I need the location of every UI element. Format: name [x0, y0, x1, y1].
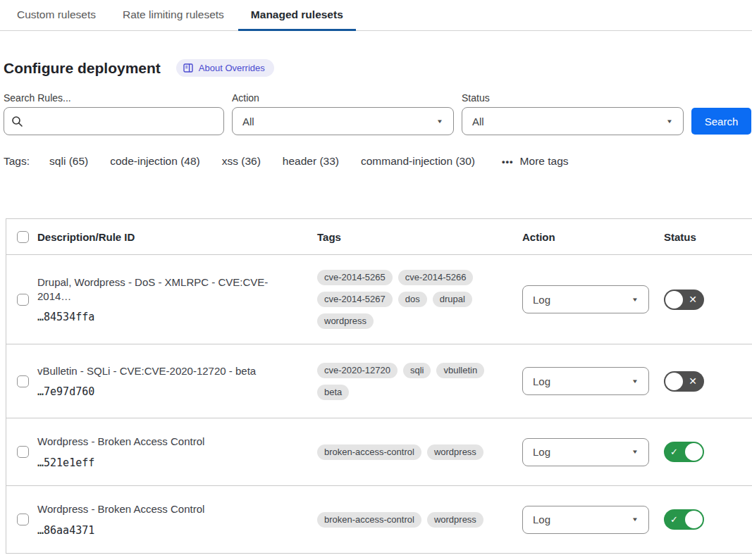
rule-description: vBulletin - SQLi - CVE:CVE-2020-12720 - …	[37, 364, 300, 378]
more-tags-button[interactable]: ••• More tags	[502, 155, 569, 168]
status-filter-select[interactable]: All ▼	[462, 107, 684, 135]
action-filter-value: All	[242, 116, 254, 127]
rule-id: …86aa4371	[37, 524, 300, 537]
search-rules-input[interactable]	[29, 116, 216, 127]
managed-rules-table: Description/Rule ID Tags Action Status D…	[6, 218, 752, 554]
toggle-knob	[665, 291, 683, 309]
rule-id: …84534ffa	[37, 311, 300, 323]
col-status: Status	[664, 231, 752, 243]
table-row: Wordpress - Broken Access Control …521e1…	[6, 418, 752, 486]
rule-action-select[interactable]: Log ▼	[522, 506, 649, 534]
chevron-down-icon: ▼	[631, 516, 639, 523]
status-toggle[interactable]: ✕	[664, 371, 704, 392]
tags-label: Tags:	[4, 155, 30, 168]
rule-action-select[interactable]: Log ▼	[522, 438, 649, 466]
table-row: vBulletin - SQLi - CVE:CVE-2020-12720 - …	[6, 344, 752, 418]
status-filter-value: All	[472, 116, 484, 127]
tag-pill: vbulletin	[436, 363, 484, 378]
search-button[interactable]: Search	[691, 108, 751, 135]
rule-description: Drupal, Wordpress - DoS - XMLRPC - CVE:C…	[37, 275, 300, 303]
about-overrides-label: About Overrides	[199, 63, 265, 73]
chevron-down-icon: ▼	[631, 378, 639, 385]
tab-managed-rulesets[interactable]: Managed rulesets	[238, 0, 356, 30]
tag-pill: drupal	[433, 292, 472, 307]
tag-pill: cve-2014-5265	[317, 270, 393, 285]
rule-description: Wordpress - Broken Access Control	[37, 502, 300, 516]
tag-pill: beta	[317, 385, 349, 400]
tag-pill: broken-access-control	[317, 512, 421, 528]
chevron-down-icon: ▼	[666, 118, 673, 125]
tag-pill: broken-access-control	[317, 444, 421, 460]
row-checkbox[interactable]	[17, 446, 29, 458]
rule-action-value: Log	[533, 375, 550, 387]
rule-action-select[interactable]: Log ▼	[522, 367, 649, 395]
col-tags: Tags	[317, 231, 522, 243]
row-checkbox[interactable]	[17, 375, 29, 387]
row-checkbox[interactable]	[17, 514, 29, 525]
tag-pill: wordpress	[317, 313, 374, 329]
status-toggle[interactable]: ✓	[664, 509, 704, 530]
tag-pill: cve-2014-5267	[317, 292, 393, 307]
tag-filter-command-injection[interactable]: command-injection (30)	[361, 155, 475, 168]
rule-action-select[interactable]: Log ▼	[522, 285, 649, 313]
action-filter-select[interactable]: All ▼	[232, 107, 454, 135]
tags-bar: Tags: sqli (65) code-injection (48) xss …	[4, 155, 752, 168]
table-header-row: Description/Rule ID Tags Action Status	[6, 219, 752, 255]
toggle-off-icon: ✕	[689, 375, 697, 387]
select-all-checkbox[interactable]	[17, 231, 29, 243]
tag-pill: wordpress	[427, 444, 483, 460]
page-header: Configure deployment About Overrides	[4, 59, 752, 77]
chevron-down-icon: ▼	[436, 118, 443, 125]
tab-custom-rulesets[interactable]: Custom rulesets	[4, 0, 109, 30]
rule-id: …521e1eff	[37, 456, 300, 469]
search-icon	[11, 116, 23, 127]
page-title: Configure deployment	[4, 60, 161, 77]
search-rules-label: Search Rules...	[4, 92, 224, 104]
about-overrides-badge[interactable]: About Overrides	[176, 59, 274, 77]
row-checkbox[interactable]	[17, 294, 29, 306]
book-icon	[183, 63, 194, 73]
toggle-on-icon: ✓	[670, 447, 678, 457]
tag-filter-header[interactable]: header (33)	[283, 155, 339, 168]
rule-description: Wordpress - Broken Access Control	[37, 435, 300, 449]
tag-pill: cve-2020-12720	[317, 363, 397, 378]
toggle-knob	[685, 443, 703, 461]
rule-action-value: Log	[533, 514, 550, 525]
tag-filter-sqli[interactable]: sqli (65)	[49, 155, 88, 168]
toggle-knob	[685, 511, 703, 528]
toggle-knob	[665, 373, 683, 390]
tag-pill: sqli	[403, 363, 431, 378]
tag-filter-xss[interactable]: xss (36)	[222, 155, 261, 168]
search-rules-inputbox[interactable]	[4, 107, 224, 135]
ellipsis-icon: •••	[502, 156, 514, 167]
col-action: Action	[522, 231, 664, 243]
status-toggle[interactable]: ✓	[664, 442, 704, 462]
rule-action-value: Log	[533, 294, 550, 306]
tag-pill: dos	[398, 292, 427, 307]
col-description: Description/Rule ID	[37, 231, 317, 243]
more-tags-label: More tags	[520, 155, 569, 168]
toggle-on-icon: ✓	[670, 514, 678, 525]
tag-filter-code-injection[interactable]: code-injection (48)	[110, 155, 200, 168]
action-filter-label: Action	[232, 92, 454, 104]
ruleset-tabbar: Custom rulesets Rate limiting rulesets M…	[0, 0, 752, 31]
tab-rate-limiting-rulesets[interactable]: Rate limiting rulesets	[110, 0, 237, 30]
filter-bar: Search Rules... Action All ▼ Status All …	[4, 92, 752, 135]
toggle-off-icon: ✕	[689, 294, 697, 305]
rule-id: …7e97d760	[37, 385, 300, 398]
chevron-down-icon: ▼	[631, 297, 639, 303]
chevron-down-icon: ▼	[631, 449, 639, 455]
tag-pill: wordpress	[427, 512, 483, 528]
tag-pill: cve-2014-5266	[398, 270, 474, 285]
table-row: Wordpress - Broken Access Control …86aa4…	[6, 486, 752, 554]
status-filter-label: Status	[462, 92, 684, 104]
table-row: Drupal, Wordpress - DoS - XMLRPC - CVE:C…	[6, 255, 752, 344]
status-toggle[interactable]: ✕	[664, 290, 704, 310]
rule-action-value: Log	[533, 446, 550, 458]
